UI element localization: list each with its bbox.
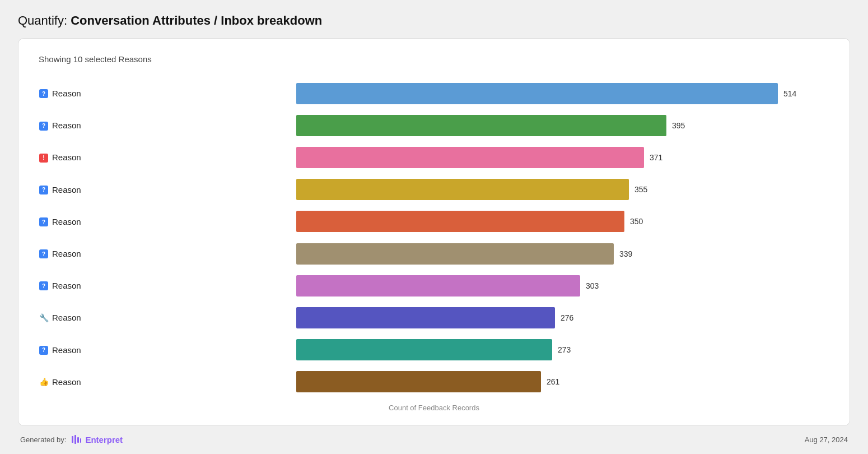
page-title: Quantify: Conversation Attributes / Inbo… bbox=[18, 13, 850, 28]
bar-value: 273 bbox=[558, 345, 571, 354]
bar-value: 303 bbox=[586, 281, 599, 290]
bar-fill bbox=[296, 307, 555, 328]
bar-label: ?Reason bbox=[39, 121, 296, 131]
bar-label: ?Reason bbox=[39, 249, 296, 259]
bar-track: 395 bbox=[296, 115, 829, 136]
bar-label: ?Reason bbox=[39, 217, 296, 227]
bar-track: 371 bbox=[296, 147, 829, 168]
bar-track: 261 bbox=[296, 371, 829, 392]
bar-value: 371 bbox=[650, 153, 662, 162]
bar-icon: 🔧 bbox=[39, 313, 49, 322]
bar-track: 276 bbox=[296, 307, 829, 328]
brand-name: Enterpret bbox=[85, 435, 123, 444]
bar-track: 350 bbox=[296, 211, 829, 232]
footer: Generated by: Enterpret Aug 27, 2024 bbox=[18, 434, 850, 445]
bar-icon: ? bbox=[39, 217, 49, 227]
bar-label-text: Reason bbox=[52, 313, 81, 322]
bar-track: 339 bbox=[296, 243, 829, 265]
bar-label-text: Reason bbox=[52, 249, 81, 258]
bar-row: ?Reason303 bbox=[39, 273, 829, 299]
bar-row: 👍Reason261 bbox=[39, 369, 829, 395]
bar-row: !Reason371 bbox=[39, 145, 829, 170]
bar-icon: ? bbox=[39, 121, 49, 131]
bar-label: ?Reason bbox=[39, 345, 296, 355]
chart-container: Showing 10 selected Reasons ?Reason514?R… bbox=[18, 38, 850, 426]
bar-label: ?Reason bbox=[39, 184, 296, 194]
bar-value: 355 bbox=[634, 185, 647, 194]
bar-label: ?Reason bbox=[39, 89, 296, 99]
bar-label: ?Reason bbox=[39, 281, 296, 291]
bar-label-text: Reason bbox=[52, 345, 81, 355]
bar-row: ?Reason355 bbox=[39, 177, 829, 202]
svg-rect-2 bbox=[77, 437, 79, 443]
bar-row: ?Reason350 bbox=[39, 209, 829, 234]
bar-fill bbox=[296, 243, 614, 265]
bar-label-text: Reason bbox=[52, 152, 81, 162]
bar-track: 303 bbox=[296, 275, 829, 297]
bar-track: 273 bbox=[296, 339, 829, 360]
bar-fill bbox=[296, 339, 552, 360]
bar-value: 339 bbox=[619, 249, 632, 258]
bar-icon: ? bbox=[39, 249, 49, 259]
bar-icon: ? bbox=[39, 184, 49, 194]
chart-area: ?Reason514?Reason395!Reason371?Reason355… bbox=[39, 77, 829, 398]
bar-value: 350 bbox=[630, 217, 643, 226]
bar-icon: 👍 bbox=[39, 377, 49, 386]
bar-row: ?Reason395 bbox=[39, 113, 829, 138]
bar-track: 355 bbox=[296, 179, 829, 200]
bar-row: ?Reason339 bbox=[39, 241, 829, 267]
bar-fill bbox=[296, 275, 580, 297]
bar-value: 276 bbox=[561, 313, 573, 322]
generated-by-label: Generated by: bbox=[20, 436, 66, 444]
bar-row: ?Reason273 bbox=[39, 337, 829, 363]
bar-fill bbox=[296, 179, 629, 200]
bar-label-text: Reason bbox=[52, 217, 81, 226]
bar-label-text: Reason bbox=[52, 121, 81, 130]
chart-subtitle: Showing 10 selected Reasons bbox=[39, 54, 829, 64]
bar-label-text: Reason bbox=[52, 281, 81, 290]
bar-label-text: Reason bbox=[52, 377, 81, 387]
bar-fill bbox=[296, 211, 624, 232]
bar-label-text: Reason bbox=[52, 185, 81, 194]
bar-row: 🔧Reason276 bbox=[39, 305, 829, 331]
bar-track: 514 bbox=[296, 83, 829, 104]
bar-label: 👍Reason bbox=[39, 377, 296, 387]
bar-fill bbox=[296, 371, 541, 392]
bar-label: 🔧Reason bbox=[39, 313, 296, 322]
svg-rect-1 bbox=[74, 435, 76, 444]
brand-logo: Enterpret bbox=[71, 434, 123, 445]
x-axis-label: Count of Feedback Records bbox=[39, 404, 829, 414]
bar-label-text: Reason bbox=[52, 89, 81, 98]
bar-icon: ? bbox=[39, 281, 49, 291]
bar-row: ?Reason514 bbox=[39, 81, 829, 106]
bar-label: !Reason bbox=[39, 152, 296, 163]
bar-value: 261 bbox=[547, 377, 559, 386]
bar-value: 395 bbox=[672, 121, 685, 130]
svg-rect-3 bbox=[80, 438, 81, 443]
bar-value: 514 bbox=[783, 89, 796, 98]
bar-icon: ? bbox=[39, 345, 49, 355]
bar-fill bbox=[296, 115, 666, 136]
svg-rect-0 bbox=[72, 436, 73, 443]
footer-date: Aug 27, 2024 bbox=[805, 436, 848, 444]
enterpret-icon bbox=[71, 434, 82, 445]
bar-fill bbox=[296, 147, 644, 168]
bar-icon: ! bbox=[39, 152, 49, 163]
footer-brand: Generated by: Enterpret bbox=[20, 434, 123, 445]
bar-fill bbox=[296, 83, 778, 104]
bar-icon: ? bbox=[39, 89, 49, 99]
